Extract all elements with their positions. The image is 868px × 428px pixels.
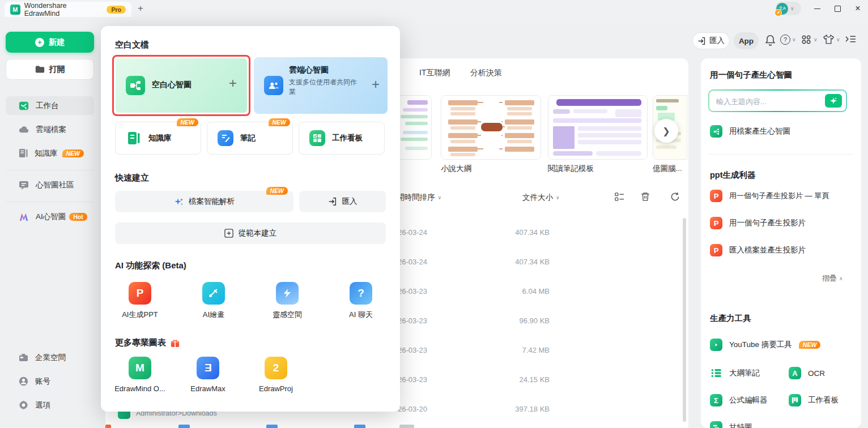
section-title: 生產力工具 bbox=[710, 313, 751, 324]
card-title: 雲端心智圖 bbox=[289, 65, 329, 75]
import-button[interactable]: 匯入 bbox=[692, 32, 730, 49]
cloud-mindmap-card[interactable]: 雲端心智圖 支援多位使用者共同作業 + bbox=[254, 57, 388, 114]
edrawmind-window: M Wondershare EdrawMind Pro + 文A ∨ × + 新… bbox=[0, 0, 868, 428]
edrawmax-icon: E bbox=[197, 357, 219, 379]
apps-grid-menu[interactable]: ∨ bbox=[801, 35, 818, 45]
chevron-down-icon: ∨ bbox=[814, 37, 818, 42]
edrawmax-app-item[interactable]: E EdrawMax bbox=[177, 357, 239, 393]
help-icon: ? bbox=[780, 35, 790, 45]
open-file-button[interactable]: 打開 bbox=[6, 59, 94, 80]
collapse-link[interactable]: 摺疊 ∧ bbox=[822, 273, 843, 284]
section-title: 空白文檔 bbox=[115, 40, 149, 50]
delete-button[interactable] bbox=[641, 192, 650, 203]
ppt-single-slide-item[interactable]: P 用一個句子產生投影片 — 單頁 bbox=[710, 190, 829, 202]
app-tab[interactable]: M Wondershare EdrawMind Pro bbox=[5, 2, 131, 17]
chevron-down-icon: ∨ bbox=[790, 6, 794, 11]
section-title: ppt生成利器 bbox=[710, 170, 756, 181]
clipped-icon bbox=[105, 425, 111, 428]
template-label: 小說大綱 bbox=[441, 164, 471, 174]
import-file-button[interactable]: 匯入 bbox=[299, 191, 386, 212]
ai-chat-item[interactable]: ? AI 聊天 bbox=[330, 282, 392, 320]
sidebar-item-account[interactable]: 账号 bbox=[6, 372, 94, 391]
file-list-scrollbar[interactable] bbox=[683, 218, 686, 422]
sidebar-item-ai-mindmap[interactable]: AI心智圖 Hot bbox=[6, 207, 94, 226]
close-button[interactable]: × bbox=[848, 0, 868, 17]
import-icon bbox=[328, 197, 337, 206]
notifications-button[interactable] bbox=[765, 35, 776, 48]
generate-button[interactable] bbox=[825, 94, 842, 108]
work-board-card[interactable]: 工作看板 bbox=[299, 122, 385, 155]
kanban-item[interactable]: 工作看板 bbox=[789, 394, 839, 406]
card-subtitle: 支援多位使用者共同作業 bbox=[289, 78, 358, 97]
template-label: 億圖腦... bbox=[653, 164, 682, 174]
collapse-panel-button[interactable] bbox=[845, 35, 856, 45]
sidebar-item-enterprise[interactable]: 企業空間 bbox=[6, 348, 94, 367]
briefcase-icon bbox=[19, 353, 28, 362]
ai-chat-icon: ? bbox=[350, 282, 372, 305]
avatar: 文A bbox=[776, 3, 788, 15]
blank-mindmap-card[interactable]: 空白心智圖 + bbox=[116, 58, 247, 113]
refresh-button[interactable] bbox=[670, 192, 680, 203]
sort-by-open-time[interactable]: 開時間排序 ∨ bbox=[397, 192, 441, 203]
sidebar-item-options[interactable]: 選項 bbox=[6, 396, 94, 414]
youtube-summary-item[interactable]: YouTube 摘要工具 NEW bbox=[710, 339, 820, 351]
clipped-icon bbox=[178, 425, 190, 428]
section-title: 更多專業圖表 bbox=[115, 337, 166, 348]
smart-parse-button[interactable]: 檔案智能解析 NEW bbox=[115, 191, 293, 212]
sort-by-file-size[interactable]: 文件大小 ∨ bbox=[522, 192, 560, 203]
formula-editor-item[interactable]: Σ 公式編輯器 bbox=[710, 394, 768, 406]
panel-list-icon bbox=[845, 35, 856, 44]
app-button[interactable]: App bbox=[734, 32, 759, 49]
minimize-button[interactable] bbox=[807, 0, 827, 17]
hot-badge: Hot bbox=[69, 213, 87, 221]
templates-next-button[interactable]: ❯ bbox=[654, 119, 678, 143]
ppt-from-sentence-item[interactable]: P 用一個句子產生投影片 bbox=[710, 217, 806, 229]
outline-icon bbox=[710, 367, 722, 379]
cloud-icon bbox=[19, 126, 29, 134]
sidebar-item-workspace[interactable]: 工作台 bbox=[6, 96, 94, 115]
inspiration-space-item[interactable]: 靈感空間 bbox=[256, 282, 318, 320]
gift-icon bbox=[171, 339, 180, 348]
help-menu[interactable]: ? ∨ bbox=[780, 35, 796, 45]
titlebar: M Wondershare EdrawMind Pro + 文A ∨ × bbox=[0, 0, 868, 17]
sidebar-item-community[interactable]: 心智圖社區 bbox=[6, 176, 94, 194]
account-avatar[interactable]: 文A ∨ bbox=[775, 2, 801, 15]
new-document-popup: 空白文檔 空白心智圖 + 雲端心智圖 支援多位使用者共同作業 + 知識庫 NEW bbox=[101, 26, 400, 412]
ai-ppt-icon: P bbox=[129, 282, 151, 305]
section-title: 用一個句子產生心智圖 bbox=[710, 70, 792, 80]
ocr-item[interactable]: A OCR bbox=[789, 367, 825, 379]
new-tab-button[interactable]: + bbox=[138, 3, 143, 14]
ai-paint-icon bbox=[202, 282, 225, 305]
notes-card[interactable]: 筆記 NEW bbox=[207, 122, 293, 155]
sidebar-item-knowledge-base[interactable]: 知識庫 NEW bbox=[6, 144, 94, 162]
new-badge: NEW bbox=[266, 187, 288, 195]
template-thumbnail-novel-outline[interactable] bbox=[441, 95, 541, 160]
topic-input[interactable] bbox=[715, 93, 819, 110]
ai-paint-item[interactable]: AI繪畫 bbox=[182, 282, 245, 320]
theme-menu[interactable]: ∨ bbox=[823, 35, 840, 44]
view-toggle-button[interactable] bbox=[615, 192, 624, 203]
workspace-icon bbox=[19, 101, 29, 111]
chevron-down-icon: ∨ bbox=[836, 37, 840, 42]
ppt-from-file-item[interactable]: P 匯入檔案並產生投影片 bbox=[710, 244, 806, 256]
new-badge: NEW bbox=[269, 118, 291, 126]
file-to-mindmap-item[interactable]: 用檔案產生心智圖 bbox=[710, 125, 790, 138]
right-panel: 用一個句子產生心智圖 用檔案產生心智圖 ppt生成利器 P 用一個句子產生投影片… bbox=[701, 58, 861, 428]
outline-notes-item[interactable]: 大綱筆記 bbox=[710, 367, 760, 379]
from-template-button[interactable]: 從範本建立 bbox=[115, 222, 386, 244]
maximize-button[interactable] bbox=[827, 0, 848, 17]
gantt-item[interactable]: 甘特圖 bbox=[710, 421, 752, 428]
template-tab-it[interactable]: IT互聯網 bbox=[419, 68, 450, 78]
knowledge-base-card[interactable]: 知識庫 NEW bbox=[115, 122, 201, 155]
edrawmind-app-item[interactable]: M EdrawMind O... bbox=[109, 357, 171, 393]
new-document-button[interactable]: + 新建 bbox=[6, 32, 94, 53]
edrawmind-icon: M bbox=[129, 357, 151, 379]
chevron-down-icon: ∨ bbox=[438, 195, 442, 200]
edrawproj-app-item[interactable]: 2 EdrawProj bbox=[245, 357, 307, 393]
section-title-wrap: 更多專業圖表 bbox=[115, 337, 180, 348]
ai-ppt-item[interactable]: P AI生成PPT bbox=[109, 282, 171, 320]
template-label: 閱讀筆記模板 bbox=[548, 164, 594, 174]
template-tab-analysis[interactable]: 分析決策 bbox=[470, 68, 502, 78]
sidebar-item-cloud-files[interactable]: 雲端檔案 bbox=[6, 120, 94, 139]
template-thumbnail-reading-notes[interactable] bbox=[548, 95, 648, 160]
